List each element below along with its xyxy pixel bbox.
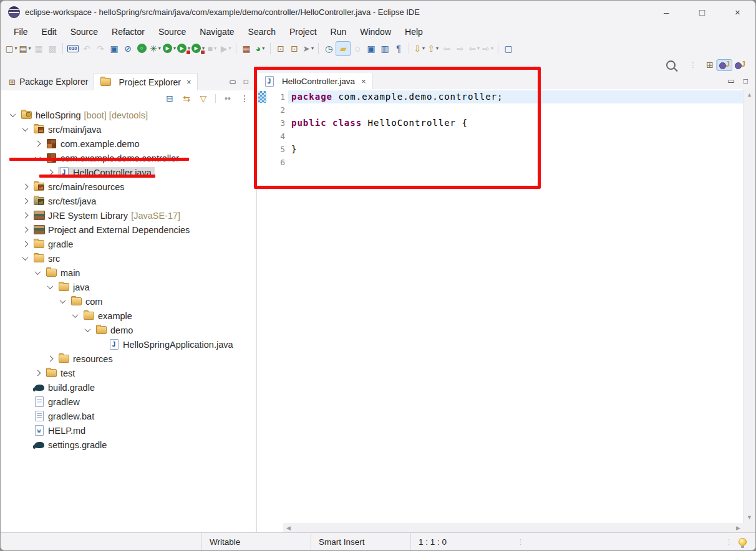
- tree-item-hellocontroller-java[interactable]: JHelloController.java: [1, 165, 256, 180]
- dropdown-caret-icon[interactable]: ▾: [491, 46, 493, 51]
- tree-item-help-md[interactable]: wHELP.md: [1, 423, 256, 438]
- tree-item-com-example-demo[interactable]: com.example.demo: [1, 137, 256, 151]
- dropdown-caret-icon[interactable]: ▾: [422, 46, 425, 51]
- code-line-4[interactable]: [288, 130, 743, 143]
- tree-item-com[interactable]: com: [1, 294, 256, 309]
- tree-item-build-gradle[interactable]: build.gradle: [1, 380, 256, 395]
- java-browsing-perspective[interactable]: J: [732, 59, 748, 71]
- vertical-scrollbar[interactable]: ▲ ▼: [743, 89, 755, 523]
- menu-item-refactor[interactable]: Refactor: [105, 25, 152, 39]
- tb-redo[interactable]: ↷: [94, 42, 107, 55]
- pt-link-with-editor[interactable]: ⇆: [182, 94, 191, 103]
- tb-search[interactable]: ➤▾: [301, 42, 315, 55]
- expander-open-icon[interactable]: [35, 154, 41, 160]
- panel-maximize-icon[interactable]: □: [244, 77, 248, 86]
- tb-new-web-wizard[interactable]: ◕▾: [253, 42, 267, 55]
- tb-back[interactable]: ⇦▾: [467, 42, 481, 55]
- menu-item-source-2[interactable]: Source: [152, 25, 193, 39]
- expander-open-icon[interactable]: [72, 312, 79, 318]
- dropdown-caret-icon[interactable]: ▾: [173, 46, 176, 51]
- menu-item-edit[interactable]: Edit: [35, 25, 64, 39]
- tb-previous-annotation[interactable]: ⇧▾: [426, 42, 440, 55]
- menu-item-navigate[interactable]: Navigate: [193, 25, 241, 39]
- tb-occurrence-dot[interactable]: ◌: [351, 42, 364, 55]
- tree-item-jre-system-library[interactable]: JRE System Library[JavaSE-17]: [1, 208, 256, 223]
- tree-item-project-and-external-dependencies[interactable]: Project and External Dependencies: [1, 223, 256, 237]
- expander-closed-icon[interactable]: [22, 241, 29, 247]
- expander-closed-icon[interactable]: [35, 141, 41, 147]
- expander-closed-icon[interactable]: [22, 227, 29, 233]
- tb-toggle-highlight[interactable]: ▰: [336, 41, 351, 56]
- tb-save[interactable]: ▦: [32, 42, 46, 55]
- scroll-up-icon[interactable]: ▲: [747, 92, 752, 98]
- menu-item-file[interactable]: File: [7, 25, 35, 39]
- scroll-left-icon[interactable]: ◀: [286, 525, 291, 531]
- tb-run[interactable]: ▶▾: [162, 42, 177, 55]
- tb-new-wizard[interactable]: ▢▾: [4, 42, 18, 55]
- pt-filters[interactable]: ▽: [198, 94, 208, 103]
- tb-new-ee-project[interactable]: ▦: [240, 42, 253, 55]
- tree-item-gradlew[interactable]: gradlew: [1, 395, 256, 409]
- search-icon[interactable]: [666, 60, 676, 70]
- code-editor[interactable]: package com.example.demo.controller;publ…: [288, 89, 743, 523]
- tb-run-last-tool[interactable]: ▶▾: [219, 42, 233, 55]
- minimize-button[interactable]: –: [649, 1, 684, 23]
- tb-next-annotation[interactable]: ⇩▾: [412, 42, 426, 55]
- maximize-button[interactable]: □: [684, 1, 720, 23]
- menu-item-run[interactable]: Run: [324, 25, 354, 39]
- expander-open-icon[interactable]: [60, 297, 66, 304]
- expander-open-icon[interactable]: [85, 326, 91, 332]
- menu-item-search[interactable]: Search: [241, 25, 283, 39]
- tb-mark-occurrences[interactable]: ▥: [378, 42, 392, 55]
- code-line-6[interactable]: [288, 156, 743, 169]
- tb-next-edit-location[interactable]: ⇨: [453, 42, 467, 55]
- tab-project-explorer[interactable]: Project Explorer ×: [94, 73, 197, 90]
- tree-item-com-example-demo-controller[interactable]: com.example.demo.controller: [1, 151, 256, 165]
- dropdown-caret-icon[interactable]: ▾: [477, 46, 480, 51]
- tb-skip-all-breakpoints[interactable]: ⊘: [121, 42, 135, 55]
- close-button[interactable]: ×: [720, 1, 755, 23]
- tab-package-explorer[interactable]: ⊞ Package Explorer: [3, 74, 94, 90]
- tb-show-selected-element[interactable]: ▣: [364, 42, 378, 55]
- editor-maximize-icon[interactable]: □: [744, 77, 748, 85]
- tree-item-hellospringapplication-java[interactable]: JHelloSpringApplication.java: [1, 337, 256, 352]
- pt-collapse-all[interactable]: ⊟: [165, 94, 175, 103]
- tb-new-java-project[interactable]: ▤▾: [18, 42, 32, 55]
- tb-pin-editor[interactable]: ▢: [502, 42, 515, 55]
- tree-item-resources[interactable]: resources: [1, 352, 256, 366]
- tb-save-all[interactable]: ▩: [46, 42, 59, 55]
- menu-item-window[interactable]: Window: [353, 25, 398, 39]
- tree-item-src-main-java[interactable]: src/main/java: [1, 122, 256, 137]
- panel-minimize-icon[interactable]: ▭: [229, 77, 236, 86]
- dropdown-caret-icon[interactable]: ▾: [262, 46, 264, 51]
- tb-forward[interactable]: ⇨▾: [481, 42, 495, 55]
- tb-undo[interactable]: ↶: [80, 42, 94, 55]
- tb-open-resource[interactable]: ⊡: [288, 42, 301, 55]
- tree-item-src[interactable]: src: [1, 251, 256, 266]
- tree-item-java[interactable]: java: [1, 280, 256, 294]
- tree-item-gradlew-bat[interactable]: gradlew.bat: [1, 409, 256, 423]
- menu-item-source[interactable]: Source: [64, 25, 105, 39]
- tb-coverage[interactable]: ▶▾: [177, 42, 191, 55]
- dropdown-caret-icon[interactable]: ▾: [436, 46, 439, 51]
- expander-closed-icon[interactable]: [47, 356, 54, 362]
- scroll-right-icon[interactable]: ▶: [736, 525, 740, 531]
- expander-open-icon[interactable]: [22, 254, 29, 261]
- tb-open-task[interactable]: ◷: [322, 42, 336, 55]
- tb-show-whitespace[interactable]: ¶: [392, 42, 405, 55]
- tree-item-demo[interactable]: demo: [1, 323, 256, 337]
- expander-closed-icon[interactable]: [47, 170, 54, 176]
- tb-open-type[interactable]: ⊡: [274, 42, 288, 55]
- pt-view-menu[interactable]: ••: [223, 94, 233, 103]
- tree-item-example[interactable]: example: [1, 309, 256, 323]
- java-perspective[interactable]: J: [717, 59, 732, 71]
- tb-binary-file[interactable]: 010: [66, 42, 80, 55]
- expander-closed-icon[interactable]: [22, 198, 29, 204]
- tab-close-icon[interactable]: ×: [187, 77, 191, 87]
- dropdown-caret-icon[interactable]: ▾: [228, 46, 231, 51]
- dropdown-caret-icon[interactable]: ▾: [311, 46, 314, 51]
- notifications-bulb-icon[interactable]: [739, 538, 747, 546]
- tree-item-main[interactable]: main: [1, 266, 256, 280]
- expander-closed-icon[interactable]: [22, 213, 29, 219]
- pt-more-actions[interactable]: ⋮: [240, 94, 250, 103]
